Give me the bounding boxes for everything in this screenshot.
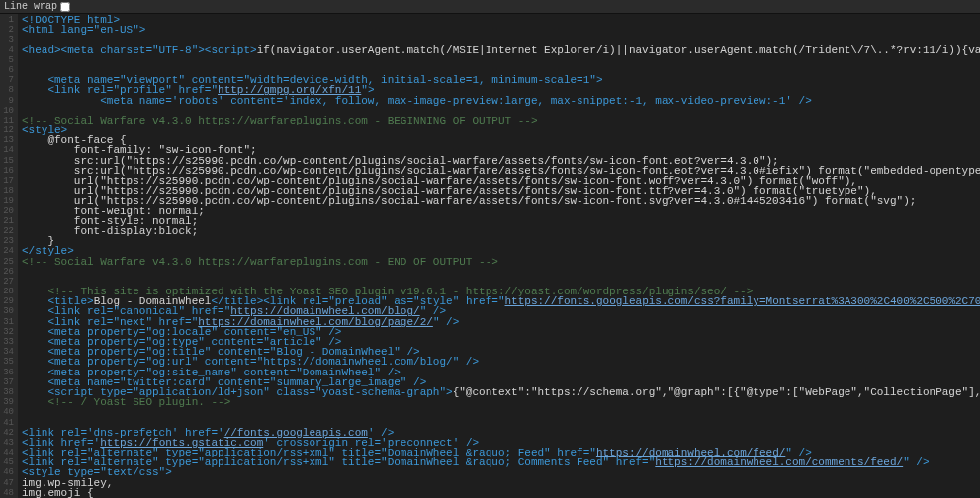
line-number: 22 xyxy=(2,226,14,236)
line-number: 4 xyxy=(2,45,14,55)
toolbar: Line wrap xyxy=(0,0,980,14)
code-line[interactable] xyxy=(22,407,980,417)
linewrap-toggle[interactable]: Line wrap xyxy=(4,1,70,12)
line-number: 20 xyxy=(2,207,14,216)
code-area[interactable]: <!DOCTYPE html><html lang="en-US"> <head… xyxy=(18,14,980,498)
line-number: 45 xyxy=(2,457,14,467)
line-number: 2 xyxy=(2,25,14,35)
line-number: 48 xyxy=(2,488,14,498)
code-line[interactable]: <style type="text/css"> xyxy=(22,467,980,477)
line-number: 21 xyxy=(2,216,14,226)
line-number: 35 xyxy=(2,357,14,367)
code-line[interactable] xyxy=(22,267,980,277)
line-number: 9 xyxy=(2,96,14,106)
line-number: 17 xyxy=(2,176,14,186)
line-number: 27 xyxy=(2,277,14,287)
line-number: 37 xyxy=(2,377,14,387)
line-number: 44 xyxy=(2,448,14,457)
line-number: 42 xyxy=(2,428,14,438)
line-number: 41 xyxy=(2,418,14,428)
line-number: 40 xyxy=(2,407,14,417)
line-number: 6 xyxy=(2,65,14,75)
code-line[interactable]: } xyxy=(22,236,980,246)
line-number: 47 xyxy=(2,478,14,488)
line-number: 25 xyxy=(2,257,14,267)
line-number: 7 xyxy=(2,75,14,85)
code-line[interactable] xyxy=(22,55,980,65)
code-line[interactable]: <meta name='robots' content='index, foll… xyxy=(22,96,980,106)
line-number: 5 xyxy=(2,55,14,65)
code-line[interactable]: <!-- Social Warfare v4.3.0 https://warfa… xyxy=(22,116,980,125)
code-line[interactable]: img.wp-smiley, xyxy=(22,478,980,488)
line-gutter: 1234567891011121314151617181920212223242… xyxy=(0,14,18,498)
linewrap-checkbox[interactable] xyxy=(60,2,70,12)
line-number: 1 xyxy=(2,15,14,25)
line-number: 32 xyxy=(2,327,14,337)
linewrap-label: Line wrap xyxy=(4,1,57,12)
code-line[interactable]: <!DOCTYPE html> xyxy=(22,15,980,25)
code-line[interactable]: img.emoji { xyxy=(22,488,980,498)
line-number: 39 xyxy=(2,397,14,407)
line-number: 14 xyxy=(2,145,14,155)
line-number: 13 xyxy=(2,135,14,145)
line-number: 23 xyxy=(2,236,14,246)
line-number: 34 xyxy=(2,347,14,357)
line-number: 15 xyxy=(2,156,14,166)
code-editor[interactable]: 1234567891011121314151617181920212223242… xyxy=(0,14,980,498)
line-number: 18 xyxy=(2,186,14,196)
line-number: 19 xyxy=(2,196,14,206)
code-line[interactable]: <!-- Social Warfare v4.3.0 https://warfa… xyxy=(22,257,980,267)
line-number: 3 xyxy=(2,35,14,44)
code-line[interactable]: font-display:block; xyxy=(22,226,980,236)
code-line[interactable]: <head><meta charset="UTF-8"><script>if(n… xyxy=(22,45,980,55)
code-line[interactable]: <style> xyxy=(22,125,980,135)
line-number: 46 xyxy=(2,467,14,477)
line-number: 30 xyxy=(2,306,14,316)
code-line[interactable]: <html lang="en-US"> xyxy=(22,25,980,35)
line-number: 33 xyxy=(2,337,14,347)
line-number: 31 xyxy=(2,317,14,327)
line-number: 38 xyxy=(2,387,14,397)
line-number: 12 xyxy=(2,125,14,135)
line-number: 43 xyxy=(2,438,14,448)
line-number: 10 xyxy=(2,106,14,116)
line-number: 26 xyxy=(2,267,14,277)
line-number: 28 xyxy=(2,287,14,296)
line-number: 24 xyxy=(2,246,14,256)
line-number: 29 xyxy=(2,296,14,306)
code-line[interactable]: <!-- / Yoast SEO plugin. --> xyxy=(22,397,980,407)
line-number: 11 xyxy=(2,116,14,125)
line-number: 8 xyxy=(2,85,14,95)
line-number: 16 xyxy=(2,166,14,176)
line-number: 36 xyxy=(2,368,14,377)
